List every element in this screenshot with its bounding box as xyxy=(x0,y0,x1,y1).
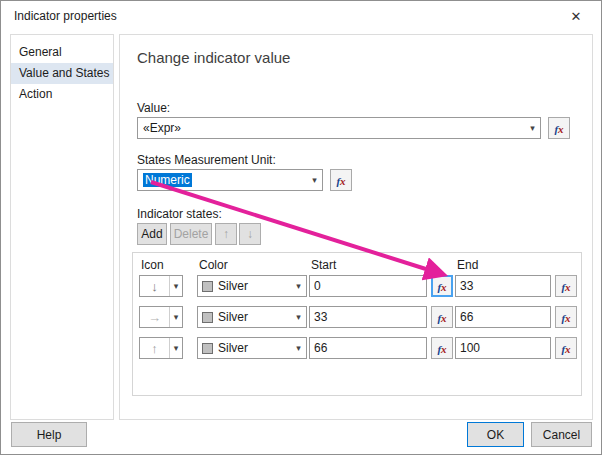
value-combobox[interactable]: «Expr» ▾ xyxy=(137,117,541,139)
value-text: «Expr» xyxy=(143,121,181,135)
icon-dropdown[interactable]: ↓ ▾ xyxy=(139,275,183,297)
indicator-states-label: Indicator states: xyxy=(137,207,222,221)
color-dropdown[interactable]: Silver ▾ xyxy=(197,306,307,328)
delete-state-button[interactable]: Delete xyxy=(170,223,212,245)
start-expression-button[interactable]: fx xyxy=(431,337,453,359)
main-panel: Change indicator value Value: «Expr» ▾ f… xyxy=(119,34,593,420)
sidebar: General Value and States Action xyxy=(10,34,114,420)
color-swatch-silver xyxy=(202,312,213,323)
chevron-down-icon: ▾ xyxy=(307,175,322,185)
end-value-input[interactable] xyxy=(455,337,551,359)
color-dropdown[interactable]: Silver ▾ xyxy=(197,275,307,297)
column-header-color: Color xyxy=(199,258,228,272)
chevron-down-icon: ▾ xyxy=(291,312,306,322)
start-expression-button[interactable]: fx xyxy=(431,275,453,297)
up-arrow-icon: ↑ xyxy=(140,341,169,356)
table-row: → ▾ Silver ▾ fx fx xyxy=(133,306,581,328)
indicator-properties-dialog: Indicator properties ✕ General Value and… xyxy=(0,0,602,455)
sidebar-item-general[interactable]: General xyxy=(11,42,113,63)
end-expression-button[interactable]: fx xyxy=(555,306,577,328)
color-name: Silver xyxy=(218,341,248,355)
cancel-button[interactable]: Cancel xyxy=(531,422,592,447)
table-row: ↑ ▾ Silver ▾ fx fx xyxy=(133,337,581,359)
color-name: Silver xyxy=(218,279,248,293)
arrow-up-icon: ↑ xyxy=(223,227,229,241)
value-label: Value: xyxy=(137,101,170,115)
table-row: ↓ ▾ Silver ▾ fx fx xyxy=(133,275,581,297)
close-button[interactable]: ✕ xyxy=(561,4,591,28)
add-state-button[interactable]: Add xyxy=(137,223,167,245)
right-arrow-icon: → xyxy=(140,310,169,325)
color-dropdown[interactable]: Silver ▾ xyxy=(197,337,307,359)
dialog-title: Indicator properties xyxy=(11,9,117,23)
close-icon: ✕ xyxy=(571,9,582,24)
unit-expression-button[interactable]: fx xyxy=(330,169,352,191)
titlebar: Indicator properties ✕ xyxy=(1,1,601,31)
start-value-input[interactable] xyxy=(309,337,427,359)
chevron-down-icon: ▾ xyxy=(291,343,306,353)
end-value-input[interactable] xyxy=(455,275,551,297)
end-expression-button[interactable]: fx xyxy=(555,275,577,297)
start-value-input[interactable] xyxy=(309,306,427,328)
chevron-down-icon: ▾ xyxy=(525,123,540,133)
end-expression-button[interactable]: fx xyxy=(555,337,577,359)
column-header-start: Start xyxy=(311,258,336,272)
color-swatch-silver xyxy=(202,343,213,354)
start-expression-button[interactable]: fx xyxy=(431,306,453,328)
icon-dropdown[interactable]: → ▾ xyxy=(139,306,183,328)
unit-text-selected: Numeric xyxy=(143,173,192,187)
ok-button[interactable]: OK xyxy=(467,422,524,447)
value-expression-button[interactable]: fx xyxy=(548,117,570,139)
chevron-down-icon: ▾ xyxy=(169,307,182,327)
sidebar-item-value-and-states[interactable]: Value and States xyxy=(11,63,113,84)
chevron-down-icon: ▾ xyxy=(169,276,182,296)
column-header-end: End xyxy=(457,258,478,272)
states-measurement-unit-label: States Measurement Unit: xyxy=(137,153,276,167)
end-value-input[interactable] xyxy=(455,306,551,328)
start-value-input[interactable] xyxy=(309,275,427,297)
icon-dropdown[interactable]: ↑ ▾ xyxy=(139,337,183,359)
move-up-button[interactable]: ↑ xyxy=(215,223,237,245)
column-header-icon: Icon xyxy=(141,258,164,272)
move-down-button[interactable]: ↓ xyxy=(239,223,261,245)
help-button[interactable]: Help xyxy=(11,422,87,447)
arrow-down-icon: ↓ xyxy=(247,227,253,241)
down-arrow-icon: ↓ xyxy=(140,279,169,294)
chevron-down-icon: ▾ xyxy=(169,338,182,358)
chevron-down-icon: ▾ xyxy=(291,281,306,291)
indicator-states-table: Icon Color Start End ↓ ▾ Silver ▾ fx fx xyxy=(132,252,582,396)
sidebar-item-action[interactable]: Action xyxy=(11,84,113,105)
color-swatch-silver xyxy=(202,281,213,292)
page-title: Change indicator value xyxy=(137,49,290,66)
unit-combobox[interactable]: Numeric ▾ xyxy=(137,169,323,191)
color-name: Silver xyxy=(218,310,248,324)
